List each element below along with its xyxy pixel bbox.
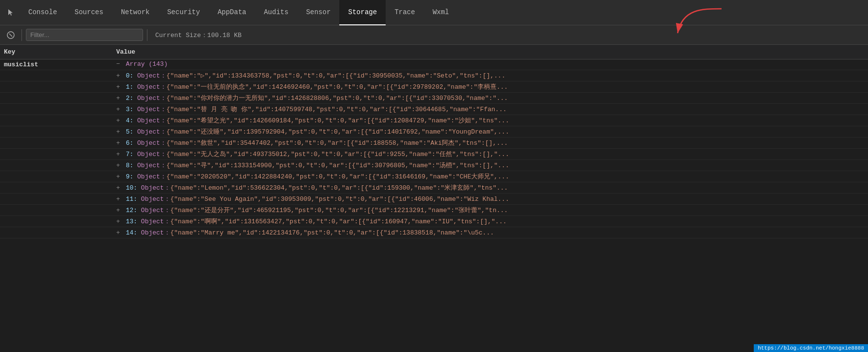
list-item[interactable]: + 4: Object：{"name":"希望之光","id":14266091… [0,115,868,126]
current-size-label: Current Size：100.18 KB [155,31,242,39]
key-cell [4,116,116,124]
tab-audits[interactable]: Audits [255,0,297,25]
tab-appdata[interactable]: AppData [209,0,255,25]
items-container: + 0: Object：{"name":"▷","id":1334363758,… [0,70,868,238]
value-cell: + 7: Object：{"name":"无人之岛","id":49373501… [116,150,864,158]
key-cell [4,94,116,101]
data-area: musiclist − Array (143) + 0: Object：{"na… [0,59,868,352]
plus-icon[interactable]: + [116,173,120,180]
expand-icon[interactable]: − [116,60,120,68]
key-cell [4,150,116,157]
plus-icon[interactable]: + [116,207,120,214]
plus-icon[interactable]: + [116,218,120,225]
value-cell: + 3: Object：{"name":"替 月 亮 吻 你","id":140… [116,105,864,114]
key-cell [4,161,116,169]
key-cell [4,217,116,225]
list-item[interactable]: + 5: Object：{"name":"还没睡","id":139579290… [0,126,868,137]
key-cell [4,206,116,214]
clear-button[interactable] [4,28,18,42]
tab-trace[interactable]: Trace [386,0,424,25]
value-cell: + 0: Object：{"name":"▷","id":1334363758,… [116,71,864,80]
toolbar: Current Size：100.18 KB [0,25,868,45]
filter-input[interactable] [26,29,143,41]
toolbar-divider [21,29,22,41]
col-key-header: Key [4,48,116,56]
tab-bar: Console Sources Network Security AppData… [0,0,868,25]
list-item[interactable]: + 3: Object：{"name":"替 月 亮 吻 你","id":140… [0,104,868,115]
value-cell-musiclist: − Array (143) [116,60,864,68]
value-cell: + 14: Object：{"name":"Marry me","id":142… [116,228,864,237]
plus-icon[interactable]: + [116,72,120,79]
tab-storage[interactable]: Storage [339,0,386,25]
list-item[interactable]: + 2: Object：{"name":"你对你的潜力一无所知","id":14… [0,93,868,104]
value-cell: + 11: Object：{"name":"See You Again","id… [116,195,864,203]
plus-icon[interactable]: + [116,117,120,124]
tab-network[interactable]: Network [112,0,159,25]
key-cell [4,183,116,191]
plus-icon[interactable]: + [116,83,120,91]
data-row-musiclist[interactable]: musiclist − Array (143) [0,59,868,70]
value-cell: + 12: Object：{"name":"还是分开","id":4659211… [116,206,864,215]
list-item[interactable]: + 8: Object：{"name":"寻","id":1333154900,… [0,160,868,171]
tab-sources[interactable]: Sources [66,0,112,25]
svg-line-2 [9,34,12,37]
array-label: Array (143) [126,60,168,68]
list-item[interactable]: + 13: Object：{"name":"啊啊","id":131656342… [0,216,868,227]
list-item[interactable]: + 0: Object：{"name":"▷","id":1334363758,… [0,70,868,81]
value-cell: + 1: Object：{"name":"一往无前的执念","id":14246… [116,82,864,91]
list-item[interactable]: + 7: Object：{"name":"无人之岛","id":49373501… [0,149,868,160]
list-item[interactable]: + 14: Object：{"name":"Marry me","id":142… [0,227,868,238]
key-cell [4,127,116,135]
plus-icon[interactable]: + [116,128,120,136]
value-cell: + 10: Object：{"name":"Lemon","id":536622… [116,183,864,192]
list-item[interactable]: + 10: Object：{"name":"Lemon","id":536622… [0,182,868,194]
plus-icon[interactable]: + [116,106,120,113]
value-cell: + 13: Object：{"name":"啊啊","id":131656342… [116,217,864,226]
plus-icon[interactable]: + [116,95,120,102]
list-item[interactable]: + 6: Object：{"name":"敘世","id":35447402,"… [0,137,868,149]
cursor-icon[interactable] [2,4,20,21]
key-cell [4,228,116,236]
value-cell: + 6: Object：{"name":"敘世","id":35447402,"… [116,138,864,147]
key-cell [4,172,116,180]
list-item[interactable]: + 9: Object：{"name":"2020520","id":14228… [0,171,868,182]
value-cell: + 8: Object：{"name":"寻","id":1333154900,… [116,161,864,170]
list-item[interactable]: + 11: Object：{"name":"See You Again","id… [0,194,868,205]
key-cell [4,195,116,202]
tab-sensor[interactable]: Sensor [297,0,339,25]
list-item[interactable]: + 1: Object：{"name":"一往无前的执念","id":14246… [0,81,868,93]
key-cell-musiclist: musiclist [4,60,116,68]
table-header: Key Value [0,45,868,59]
value-cell: + 2: Object：{"name":"你对你的潜力一无所知","id":14… [116,94,864,102]
key-cell [4,138,116,146]
value-cell: + 9: Object：{"name":"2020520","id":14228… [116,172,864,181]
toolbar-divider-2 [147,29,147,41]
key-cell [4,71,116,79]
value-cell: + 4: Object：{"name":"希望之光","id":14266091… [116,116,864,125]
list-item[interactable]: + 12: Object：{"name":"还是分开","id":4659211… [0,205,868,216]
tab-wxml[interactable]: Wxml [424,0,458,25]
plus-icon[interactable]: + [116,184,120,192]
value-cell: + 5: Object：{"name":"还没睡","id":139579290… [116,127,864,136]
key-cell [4,82,116,90]
plus-icon[interactable]: + [116,196,120,203]
tab-console[interactable]: Console [20,0,66,25]
plus-icon[interactable]: + [116,162,120,169]
plus-icon[interactable]: + [116,151,120,158]
url-bar: https://blog.csdn.net/hongxie8888 [754,344,868,352]
col-value-header: Value [116,48,864,56]
plus-icon[interactable]: + [116,229,120,236]
key-cell [4,105,116,113]
plus-icon[interactable]: + [116,139,120,147]
tab-security[interactable]: Security [158,0,208,25]
